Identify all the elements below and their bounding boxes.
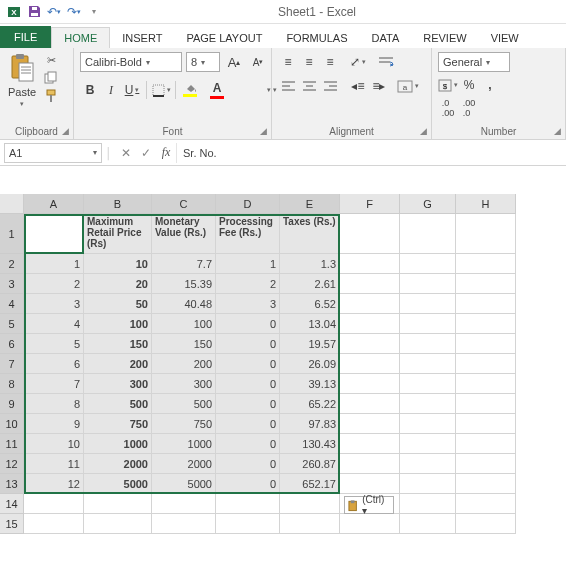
align-top-icon[interactable]: ≡ [278, 52, 298, 72]
cell-D2[interactable]: 1 [216, 254, 280, 274]
cell-E13[interactable]: 652.17 [280, 474, 340, 494]
align-middle-icon[interactable]: ≡ [299, 52, 319, 72]
row-header-14[interactable]: 14 [0, 494, 24, 514]
cell-A2[interactable]: 1 [24, 254, 84, 274]
cell-B12[interactable]: 2000 [84, 454, 152, 474]
cell-G11[interactable] [400, 434, 456, 454]
cell-B9[interactable]: 500 [84, 394, 152, 414]
cell-A10[interactable]: 9 [24, 414, 84, 434]
cell-A4[interactable]: 3 [24, 294, 84, 314]
cell-C11[interactable]: 1000 [152, 434, 216, 454]
paste-options-tag[interactable]: (Ctrl) ▾ [344, 496, 394, 514]
font-name-combo[interactable]: Calibri-Bold▾ [80, 52, 182, 72]
cell-H4[interactable] [456, 294, 516, 314]
cell-C13[interactable]: 5000 [152, 474, 216, 494]
col-header-C[interactable]: C [152, 194, 216, 214]
cell-G3[interactable] [400, 274, 456, 294]
cell-A12[interactable]: 11 [24, 454, 84, 474]
align-center-icon[interactable] [299, 76, 319, 96]
cell-H11[interactable] [456, 434, 516, 454]
select-all-corner[interactable] [0, 194, 24, 214]
increase-decimal-icon[interactable]: .0.00 [438, 98, 458, 118]
cell-G5[interactable] [400, 314, 456, 334]
cell-D11[interactable]: 0 [216, 434, 280, 454]
cell-C8[interactable]: 300 [152, 374, 216, 394]
grow-font-icon[interactable]: A▴ [224, 52, 244, 72]
cell-D1[interactable]: Processing Fee (Rs.) [216, 214, 280, 254]
cell-F5[interactable] [340, 314, 400, 334]
percent-format-icon[interactable]: % [459, 75, 479, 95]
cell-A3[interactable]: 2 [24, 274, 84, 294]
cell-G2[interactable] [400, 254, 456, 274]
cell-H15[interactable] [456, 514, 516, 534]
underline-button[interactable]: U▾ [122, 80, 142, 100]
worksheet-grid[interactable]: ABCDEFGH1Sr. No.Maximum Retail Price (Rs… [0, 194, 566, 534]
cell-H12[interactable] [456, 454, 516, 474]
cell-D3[interactable]: 2 [216, 274, 280, 294]
cell-A5[interactable]: 4 [24, 314, 84, 334]
cell-C12[interactable]: 2000 [152, 454, 216, 474]
cell-G14[interactable] [400, 494, 456, 514]
cut-icon[interactable]: ✂ [42, 52, 60, 68]
accounting-format-icon[interactable]: $▾ [438, 75, 458, 95]
cell-C4[interactable]: 40.48 [152, 294, 216, 314]
font-color-button[interactable]: A▾ [207, 80, 227, 100]
cell-B7[interactable]: 200 [84, 354, 152, 374]
cell-F10[interactable] [340, 414, 400, 434]
col-header-A[interactable]: A [24, 194, 84, 214]
cell-A1[interactable]: Sr. No. [24, 214, 84, 254]
decrease-decimal-icon[interactable]: .00.0 [459, 98, 479, 118]
tab-page-layout[interactable]: PAGE LAYOUT [174, 28, 274, 48]
tab-view[interactable]: VIEW [479, 28, 531, 48]
cell-H5[interactable] [456, 314, 516, 334]
row-header-2[interactable]: 2 [0, 254, 24, 274]
row-header-10[interactable]: 10 [0, 414, 24, 434]
cell-G1[interactable] [400, 214, 456, 254]
row-header-13[interactable]: 13 [0, 474, 24, 494]
font-dialog-launcher-icon[interactable]: ◢ [257, 125, 269, 137]
cell-D15[interactable] [216, 514, 280, 534]
row-header-12[interactable]: 12 [0, 454, 24, 474]
shrink-font-icon[interactable]: A▾ [248, 52, 268, 72]
cell-F7[interactable] [340, 354, 400, 374]
clipboard-dialog-launcher-icon[interactable]: ◢ [59, 125, 71, 137]
cell-D5[interactable]: 0 [216, 314, 280, 334]
fx-icon[interactable]: fx [156, 145, 176, 160]
cell-A9[interactable]: 8 [24, 394, 84, 414]
tab-insert[interactable]: INSERT [110, 28, 174, 48]
row-header-3[interactable]: 3 [0, 274, 24, 294]
cell-G4[interactable] [400, 294, 456, 314]
orientation-icon[interactable]: ⤢▾ [348, 52, 368, 72]
cell-E8[interactable]: 39.13 [280, 374, 340, 394]
cell-A14[interactable] [24, 494, 84, 514]
cell-D12[interactable]: 0 [216, 454, 280, 474]
cell-H1[interactable] [456, 214, 516, 254]
row-header-9[interactable]: 9 [0, 394, 24, 414]
merge-center-icon[interactable]: a▾ [397, 76, 419, 96]
font-size-combo[interactable]: 8▾ [186, 52, 220, 72]
cell-H9[interactable] [456, 394, 516, 414]
cell-D7[interactable]: 0 [216, 354, 280, 374]
cell-C5[interactable]: 100 [152, 314, 216, 334]
cell-D8[interactable]: 0 [216, 374, 280, 394]
row-header-1[interactable]: 1 [0, 214, 24, 254]
cell-G13[interactable] [400, 474, 456, 494]
cell-F3[interactable] [340, 274, 400, 294]
cell-H3[interactable] [456, 274, 516, 294]
cell-E7[interactable]: 26.09 [280, 354, 340, 374]
save-icon[interactable] [26, 4, 42, 20]
undo-icon[interactable]: ↶▾ [46, 4, 62, 20]
cell-E1[interactable]: Taxes (Rs.) [280, 214, 340, 254]
cell-E5[interactable]: 13.04 [280, 314, 340, 334]
paste-dropdown-icon[interactable]: ▾ [20, 100, 24, 108]
row-header-4[interactable]: 4 [0, 294, 24, 314]
cell-E6[interactable]: 19.57 [280, 334, 340, 354]
align-bottom-icon[interactable]: ≡ [320, 52, 340, 72]
cell-D10[interactable]: 0 [216, 414, 280, 434]
cell-E9[interactable]: 65.22 [280, 394, 340, 414]
cell-C15[interactable] [152, 514, 216, 534]
col-header-D[interactable]: D [216, 194, 280, 214]
row-header-7[interactable]: 7 [0, 354, 24, 374]
cell-B5[interactable]: 100 [84, 314, 152, 334]
cell-D4[interactable]: 3 [216, 294, 280, 314]
